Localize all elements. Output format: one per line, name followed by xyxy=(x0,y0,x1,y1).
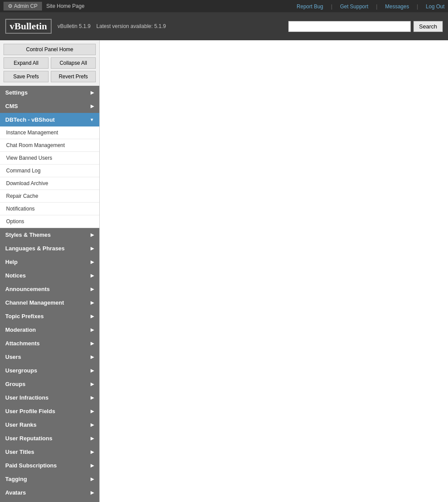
nav-section-label-user-infractions: User Infractions xyxy=(5,394,49,401)
nav-section-label-languages-phrases: Languages & Phrases xyxy=(5,245,65,252)
cp-home-button[interactable]: Control Panel Home xyxy=(4,44,96,55)
get-support-link[interactable]: Get Support xyxy=(340,4,368,10)
nav-section-user-infractions[interactable]: User Infractions▶ xyxy=(0,391,99,404)
nav-section-label-tagging: Tagging xyxy=(5,476,27,482)
prefs-row: Save Prefs Revert Prefs xyxy=(4,71,96,82)
chevron-icon-user-titles: ▶ xyxy=(91,449,94,454)
nav-section-label-avatars: Avatars xyxy=(5,489,26,496)
nav-sub-item-dbtech-vbshout-4[interactable]: Download Archive xyxy=(0,177,99,190)
nav-section-notices[interactable]: Notices▶ xyxy=(0,269,99,282)
nav-sub-item-dbtech-vbshout-7[interactable]: Options xyxy=(0,215,99,228)
nav-section-tagging[interactable]: Tagging▶ xyxy=(0,472,99,486)
nav-section-cms[interactable]: CMS▶ xyxy=(0,99,99,113)
nav-section-label-user-reputations: User Reputations xyxy=(5,435,52,442)
chevron-icon-paid-subscriptions: ▶ xyxy=(91,463,94,468)
search-button[interactable]: Search xyxy=(413,21,443,32)
chevron-icon-cms: ▶ xyxy=(91,104,94,109)
chevron-icon-user-reputations: ▶ xyxy=(91,436,94,441)
chevron-icon-user-ranks: ▶ xyxy=(91,422,94,427)
chevron-icon-topic-prefixes: ▶ xyxy=(91,314,94,319)
nav-section-announcements[interactable]: Announcements▶ xyxy=(0,282,99,296)
nav-sub-item-dbtech-vbshout-2[interactable]: View Banned Users xyxy=(0,152,99,165)
nav-section-paid-subscriptions[interactable]: Paid Subscriptions▶ xyxy=(0,459,99,472)
version-number: vBulletin 5.1.9 xyxy=(58,23,91,29)
nav-section-label-help: Help xyxy=(5,259,18,265)
chevron-icon-user-infractions: ▶ xyxy=(91,395,94,400)
nav-sub-item-dbtech-vbshout-6[interactable]: Notifications xyxy=(0,203,99,215)
logout-link[interactable]: Log Out xyxy=(426,4,444,10)
nav-section-label-topic-prefixes: Topic Prefixes xyxy=(5,313,44,319)
nav-section-label-moderation: Moderation xyxy=(5,326,36,333)
chevron-icon-avatars: ▶ xyxy=(91,490,94,495)
layout: Control Panel Home Expand All Collapse A… xyxy=(0,40,448,502)
nav-sub-item-dbtech-vbshout-5[interactable]: Repair Cache xyxy=(0,190,99,203)
nav-sections: Settings▶CMS▶DBTech - vBShout▼Instance M… xyxy=(0,86,99,502)
messages-link[interactable]: Messages xyxy=(385,4,409,10)
nav-section-label-settings: Settings xyxy=(5,89,28,96)
nav-section-languages-phrases[interactable]: Languages & Phrases▶ xyxy=(0,242,99,255)
nav-section-label-user-ranks: User Ranks xyxy=(5,421,37,428)
chevron-icon-languages-phrases: ▶ xyxy=(91,246,94,251)
nav-section-label-announcements: Announcements xyxy=(5,286,50,292)
nav-section-label-attachments: Attachments xyxy=(5,340,40,347)
nav-section-moderation[interactable]: Moderation▶ xyxy=(0,323,99,337)
top-links: Report Bug | Get Support | Messages | Lo… xyxy=(290,3,444,10)
chevron-icon-user-profile-fields: ▶ xyxy=(91,409,94,414)
chevron-icon-tagging: ▶ xyxy=(91,477,94,481)
header: vBulletin vBulletin 5.1.9 Latest version… xyxy=(0,12,448,40)
chevron-icon-users: ▶ xyxy=(91,355,94,359)
expand-all-button[interactable]: Expand All xyxy=(4,57,49,69)
report-bug-link[interactable]: Report Bug xyxy=(297,4,323,10)
chevron-icon-styles-themes: ▶ xyxy=(91,232,94,237)
nav-section-label-user-titles: User Titles xyxy=(5,449,34,455)
nav-section-label-user-profile-fields: User Profile Fields xyxy=(5,408,55,414)
nav-section-label-cms: CMS xyxy=(5,103,18,109)
nav-section-label-paid-subscriptions: Paid Subscriptions xyxy=(5,462,57,469)
nav-section-groups[interactable]: Groups▶ xyxy=(0,377,99,391)
search-input[interactable] xyxy=(288,21,411,32)
chevron-icon-groups: ▶ xyxy=(91,382,94,386)
chevron-icon-settings: ▶ xyxy=(91,90,94,95)
main-content xyxy=(100,40,448,502)
chevron-icon-attachments: ▶ xyxy=(91,341,94,346)
nav-section-user-reputations[interactable]: User Reputations▶ xyxy=(0,432,99,445)
nav-section-avatars[interactable]: Avatars▶ xyxy=(0,486,99,499)
sidebar: Control Panel Home Expand All Collapse A… xyxy=(0,40,100,502)
nav-section-help[interactable]: Help▶ xyxy=(0,255,99,269)
nav-section-usergroups[interactable]: Usergroups▶ xyxy=(0,364,99,377)
nav-section-user-profile-fields[interactable]: User Profile Fields▶ xyxy=(0,404,99,418)
admin-cp-button[interactable]: ⚙ Admin CP xyxy=(4,2,42,11)
site-home-button[interactable]: Site Home Page xyxy=(42,2,89,11)
nav-sub-item-dbtech-vbshout-0[interactable]: Instance Management xyxy=(0,126,99,139)
chevron-icon-notices: ▶ xyxy=(91,273,94,278)
nav-section-post-icons[interactable]: Post Icons▶ xyxy=(0,499,99,502)
search-area: Search xyxy=(288,21,443,32)
nav-sub-item-dbtech-vbshout-1[interactable]: Chat Room Management xyxy=(0,139,99,152)
nav-section-label-users: Users xyxy=(5,354,21,360)
nav-section-topic-prefixes[interactable]: Topic Prefixes▶ xyxy=(0,309,99,323)
revert-prefs-button[interactable]: Revert Prefs xyxy=(51,71,96,82)
logo: vBulletin xyxy=(5,19,52,34)
nav-sub-item-dbtech-vbshout-3[interactable]: Command Log xyxy=(0,165,99,177)
nav-section-attachments[interactable]: Attachments▶ xyxy=(0,337,99,350)
collapse-all-button[interactable]: Collapse All xyxy=(51,57,96,69)
nav-section-users[interactable]: Users▶ xyxy=(0,350,99,364)
nav-section-label-styles-themes: Styles & Themes xyxy=(5,232,51,238)
save-prefs-button[interactable]: Save Prefs xyxy=(4,71,49,82)
chevron-icon-help: ▶ xyxy=(91,260,94,264)
nav-section-dbtech-vbshout[interactable]: DBTech - vBShout▼ xyxy=(0,113,99,126)
nav-section-channel-management[interactable]: Channel Management▶ xyxy=(0,296,99,309)
chevron-icon-announcements: ▶ xyxy=(91,287,94,291)
nav-section-settings[interactable]: Settings▶ xyxy=(0,86,99,99)
nav-section-styles-themes[interactable]: Styles & Themes▶ xyxy=(0,228,99,242)
nav-section-user-ranks[interactable]: User Ranks▶ xyxy=(0,418,99,432)
latest-version: Latest version available: 5.1.9 xyxy=(96,23,166,29)
nav-section-label-usergroups: Usergroups xyxy=(5,367,37,374)
nav-section-user-titles[interactable]: User Titles▶ xyxy=(0,445,99,459)
nav-section-label-groups: Groups xyxy=(5,381,25,387)
nav-section-label-channel-management: Channel Management xyxy=(5,299,64,306)
chevron-icon-dbtech-vbshout: ▼ xyxy=(90,117,94,122)
expand-collapse-row: Expand All Collapse All xyxy=(4,57,96,69)
chevron-icon-usergroups: ▶ xyxy=(91,368,94,373)
chevron-icon-channel-management: ▶ xyxy=(91,300,94,305)
